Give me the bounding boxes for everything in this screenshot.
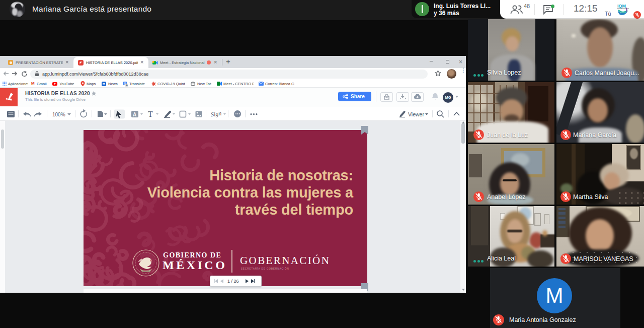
svg-text:Viewer: Viewer xyxy=(408,111,424,117)
svg-text:100%: 100% xyxy=(52,112,65,117)
svg-text:Sign: Sign xyxy=(210,110,222,118)
svg-text:T: T xyxy=(148,110,153,118)
svg-text:A: A xyxy=(133,112,136,117)
svg-text:IQM: IQM xyxy=(617,4,626,9)
svg-text:A: A xyxy=(126,84,128,87)
